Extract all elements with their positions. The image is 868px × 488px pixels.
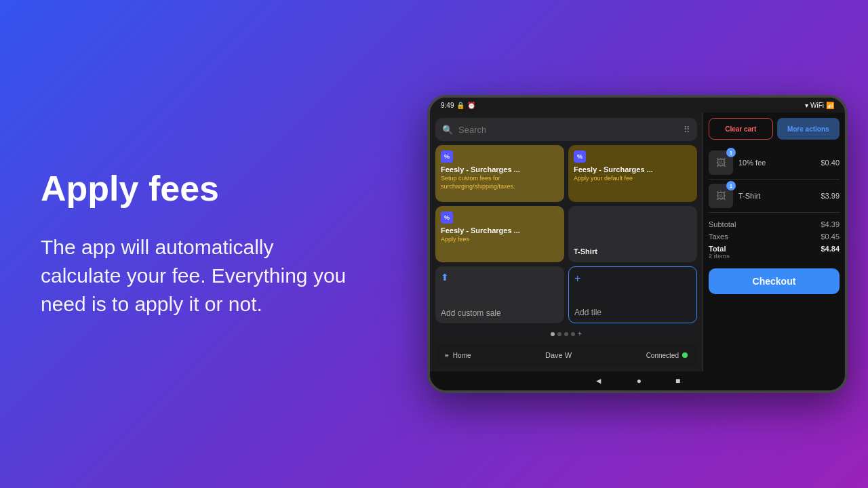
- search-icon: 🔍: [442, 125, 453, 135]
- nav-home[interactable]: ≡ Home: [445, 352, 471, 359]
- share-icon: ⬆: [441, 272, 559, 283]
- cart-item-fee: 🖼 1 10% fee $0.40: [709, 146, 840, 180]
- android-nav-bar: ◄ ● ■: [430, 371, 845, 390]
- home-label: Home: [453, 352, 471, 359]
- dot-1: [551, 332, 555, 336]
- dot-2: [557, 332, 561, 336]
- tile-title-2: Feesly - Surcharges ...: [574, 165, 692, 174]
- cart-item-price-1: $0.40: [821, 159, 840, 167]
- clear-cart-button[interactable]: Clear cart: [709, 118, 773, 140]
- taxes-row: Taxes $0.45: [709, 230, 840, 243]
- cart-thumb-2: 🖼 1: [709, 184, 733, 208]
- tile-subtitle-2: Apply your default fee: [574, 175, 692, 183]
- status-icons: ▾ WiFi 📶: [805, 102, 834, 109]
- subtotal-label: Subtotal: [709, 220, 736, 228]
- page-dots: +: [435, 327, 697, 340]
- cart-actions: Clear cart More actions: [709, 118, 840, 140]
- tile-title-3: Feesly - Surcharges ...: [441, 226, 559, 235]
- checkout-button[interactable]: Checkout: [709, 268, 840, 294]
- subtotal-value: $4.39: [821, 220, 840, 228]
- more-actions-button[interactable]: More actions: [777, 118, 840, 140]
- tile-feesly-default[interactable]: % Feesly - Surcharges ... Apply your def…: [568, 145, 697, 202]
- tile-title-1: Feesly - Surcharges ...: [441, 165, 559, 174]
- cart-item-tshirt: 🖼 1 T-Shirt $3.99: [709, 180, 840, 213]
- taxes-label: Taxes: [709, 232, 728, 241]
- tablet-body: 🔍 ⠿ % Feesly - Surcharges ... Setup cust…: [430, 113, 845, 371]
- cart-totals: Subtotal $4.39 Taxes $0.45 Total 2 items…: [709, 218, 840, 262]
- status-time: 9:49 🔒 ⏰: [441, 102, 475, 109]
- tile-tshirt[interactable]: T-Shirt: [568, 206, 697, 263]
- bottom-nav-bar: ≡ Home Dave W Connected: [435, 344, 697, 366]
- tablet-device: 9:49 🔒 ⏰ ▾ WiFi 📶 🔍 ⠿: [427, 95, 848, 393]
- pos-grid-panel: 🔍 ⠿ % Feesly - Surcharges ... Setup cust…: [430, 113, 703, 371]
- tile-label-5: Add custom sale: [441, 308, 559, 318]
- dot-3: [564, 332, 568, 336]
- grid-icon: ⠿: [684, 125, 690, 135]
- back-button[interactable]: ◄: [595, 376, 603, 386]
- search-input[interactable]: [458, 125, 678, 135]
- total-value: $4.84: [821, 245, 840, 260]
- recents-button[interactable]: ■: [675, 376, 680, 386]
- tile-subtitle-3: Apply fees: [441, 236, 559, 244]
- total-sublabel: 2 items: [709, 253, 730, 260]
- tile-badge-3: %: [441, 211, 453, 224]
- cart-badge-2: 1: [726, 181, 736, 190]
- connected-dot: [682, 352, 688, 358]
- page-title: Apply fees: [41, 169, 353, 208]
- dot-plus: +: [578, 330, 582, 338]
- tile-feesly-setup[interactable]: % Feesly - Surcharges ... Setup custom f…: [435, 145, 564, 202]
- cart-item-name-1: 10% fee: [738, 159, 815, 167]
- tile-subtitle-1: Setup custom fees for surcharging/shippi…: [441, 175, 559, 190]
- cart-thumb-1: 🖼 1: [709, 150, 733, 175]
- taxes-value: $0.45: [821, 232, 840, 241]
- cart-badge-1: 1: [726, 148, 736, 157]
- left-panel: Apply fees The app will automatically ca…: [0, 129, 393, 359]
- tile-title-4: T-Shirt: [574, 247, 692, 256]
- tile-badge-2: %: [574, 150, 586, 163]
- search-bar[interactable]: 🔍 ⠿: [435, 118, 697, 141]
- total-label: Total: [709, 245, 730, 253]
- home-button[interactable]: ●: [637, 376, 642, 386]
- dot-4: [571, 332, 575, 336]
- nav-user: Dave W: [545, 351, 572, 359]
- status-bar: 9:49 🔒 ⏰ ▾ WiFi 📶: [430, 98, 845, 113]
- total-row: Total 2 items $4.84: [709, 243, 840, 262]
- subtotal-row: Subtotal $4.39: [709, 218, 840, 230]
- tile-add-custom[interactable]: ⬆ Add custom sale: [435, 266, 564, 323]
- image-icon-1: 🖼: [716, 157, 726, 168]
- page-subtitle: The app will automatically calculate you…: [41, 233, 353, 319]
- tile-label-6: Add tile: [574, 308, 691, 317]
- cart-item-price-2: $3.99: [821, 192, 840, 200]
- tile-add-tile[interactable]: + Add tile: [568, 266, 697, 323]
- product-grid: % Feesly - Surcharges ... Setup custom f…: [435, 145, 697, 323]
- menu-icon: ≡: [445, 352, 449, 359]
- cart-item-name-2: T-Shirt: [738, 192, 815, 200]
- plus-icon: +: [574, 272, 691, 285]
- image-icon-2: 🖼: [716, 190, 726, 201]
- nav-connected: Connected: [646, 352, 688, 359]
- tablet-wrapper: 9:49 🔒 ⏰ ▾ WiFi 📶 🔍 ⠿: [427, 95, 848, 393]
- cart-panel: Clear cart More actions 🖼 1 10% fee $0.4…: [703, 113, 845, 371]
- tile-badge-1: %: [441, 150, 453, 163]
- tile-feesly-apply[interactable]: % Feesly - Surcharges ... Apply fees: [435, 206, 564, 263]
